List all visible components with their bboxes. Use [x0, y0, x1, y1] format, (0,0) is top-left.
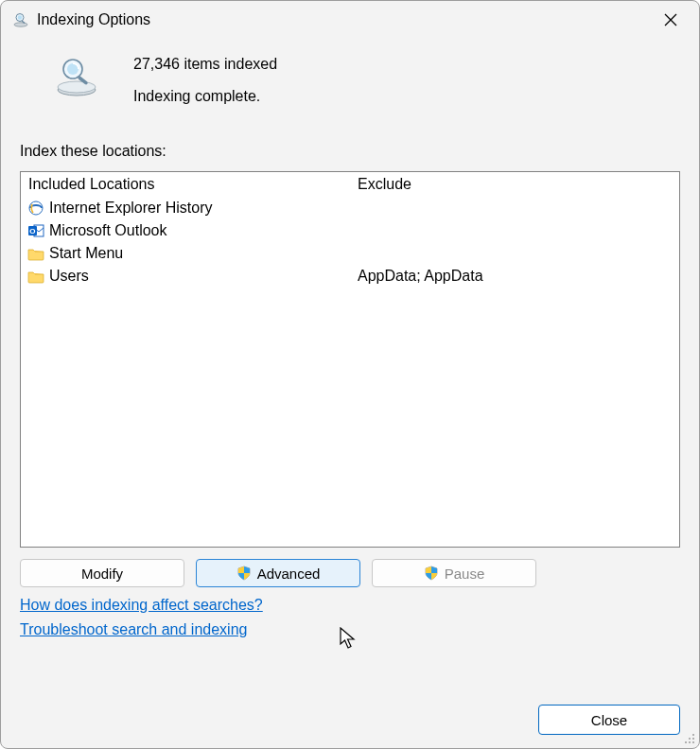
included-locations-header[interactable]: Included Locations [21, 172, 350, 197]
svg-point-15 [692, 738, 694, 740]
list-item-label: Internet Explorer History [49, 200, 213, 217]
list-item-label: Users [49, 268, 89, 285]
svg-point-17 [689, 741, 691, 743]
action-buttons-row: Modify Advanced Pause [1, 548, 699, 593]
svg-text:O: O [29, 227, 35, 235]
uac-shield-icon [424, 566, 439, 581]
uac-shield-icon [236, 566, 252, 581]
button-label: Pause [445, 566, 485, 582]
window-close-button[interactable] [652, 5, 690, 35]
ie-icon [26, 200, 45, 217]
exclude-value [350, 197, 679, 219]
folder-icon [26, 268, 45, 285]
list-item[interactable]: Users [21, 265, 350, 287]
close-button[interactable]: Close [538, 705, 680, 735]
advanced-button[interactable]: Advanced [196, 559, 360, 587]
indexing-title-icon [12, 11, 29, 28]
svg-point-2 [18, 15, 22, 19]
folder-icon [26, 245, 45, 262]
button-label: Advanced [257, 566, 321, 582]
close-icon [664, 13, 677, 26]
exclude-value [350, 219, 679, 242]
resize-grip[interactable] [683, 732, 696, 745]
svg-point-14 [689, 738, 691, 740]
exclude-header[interactable]: Exclude [350, 172, 679, 197]
outlook-icon: O [26, 222, 45, 239]
exclude-value [350, 242, 679, 265]
svg-point-0 [14, 23, 27, 26]
list-item[interactable]: O Microsoft Outlook [21, 219, 350, 242]
svg-point-5 [58, 81, 96, 93]
list-item-label: Microsoft Outlook [49, 222, 166, 239]
exclude-value: AppData; AppData [350, 265, 679, 287]
svg-point-16 [685, 741, 687, 743]
indexed-count: 27,346 items indexed [133, 56, 277, 73]
list-item[interactable]: Internet Explorer History [21, 197, 350, 219]
titlebar: Indexing Options [1, 1, 699, 39]
locations-label: Index these locations: [1, 124, 699, 165]
indexing-large-icon [48, 56, 105, 97]
help-links: How does indexing affect searches? Troub… [1, 593, 699, 642]
button-label: Close [591, 712, 627, 728]
indexing-status: Indexing complete. [133, 88, 277, 105]
svg-point-18 [692, 741, 694, 743]
window-title: Indexing Options [37, 11, 652, 28]
help-link-indexing[interactable]: How does indexing affect searches? [20, 597, 263, 614]
modify-button[interactable]: Modify [20, 559, 184, 587]
indexing-options-window: Indexing Options 27,346 items indexed In… [0, 0, 700, 749]
troubleshoot-link[interactable]: Troubleshoot search and indexing [20, 621, 247, 638]
list-item[interactable]: Start Menu [21, 242, 350, 265]
pause-button: Pause [372, 559, 536, 587]
button-label: Modify [81, 566, 123, 582]
svg-point-13 [692, 734, 694, 736]
locations-list[interactable]: Included Locations Internet Explorer His… [20, 171, 680, 548]
summary-block: 27,346 items indexed Indexing complete. [1, 39, 699, 124]
list-item-label: Start Menu [49, 245, 123, 262]
